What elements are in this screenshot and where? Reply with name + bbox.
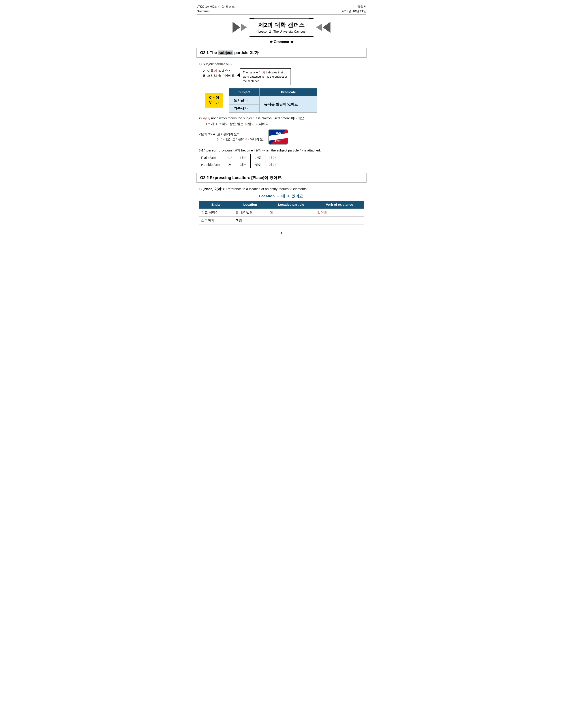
humble-jeo: 저 [224,161,235,168]
loc-location-2: 책방 [233,217,267,224]
g22-item1: 1) [Place] 있어요: Reference to a location … [199,187,364,224]
loc-verb-2 [315,217,364,224]
callout-wrapper: A: 이름이 뭐예요? B: 스티브 윌슨이에요. The particle 이… [203,68,364,85]
callout-box: The particle 이/가 indicates that word att… [240,68,291,85]
table-row: Entity Location Locative particle Verb o… [199,201,364,209]
sp-header-predicate: Predicate [260,88,317,96]
sp-subject-2: 기숙사가 [229,104,260,112]
g21-item2-example2a: <보기 2> A: 코카콜라예요? [199,132,264,137]
g22-place-bold: [Place] 있어요: [203,187,225,191]
loc-entity-2: 소피아가 [199,217,233,224]
formula-isseoyo: 있어요. [292,193,304,199]
tri-right-2 [241,23,247,31]
particle-i: 이 [214,69,217,73]
formula-plus2: + [287,193,290,199]
g21-item2-example2-text: <보기 2> A: 코카콜라예요? B: 아니요. 코카콜라가 아니에요. [199,132,264,142]
formula-e: 에 [281,193,285,199]
g22-section-box: G2.2 Expressing Location: [Place]에 있어요. [196,173,367,183]
humble-jeoneun: 저는 [235,161,250,168]
particle-ga-2: 가 [245,137,249,141]
g21-heading: G2.1 The subject particle 이/가 [200,50,258,55]
g21-item2-example2-wrapper: <보기 2> A: 코카콜라예요? B: 아니요. 코카콜라가 아니에요. 펩시… [199,129,364,145]
table-row: Plain form 나 나는 나도 내가 [199,154,280,161]
sp-header-subject: Subject [229,88,260,96]
location-table: Entity Location Locative particle Verb o… [199,201,364,224]
g21-item2-example2-row: <보기 2> A: 코카콜라예요? B: 아니요. 코카콜라가 아니에요. 펩시… [199,129,364,145]
g21-item3-text: 3)1st person pronoun 나/저 become 내/제 when… [199,148,364,153]
loc-header-entity: Entity [199,201,233,209]
particle-i-3: 이 [251,122,254,126]
humble-ga: 제가 [265,161,280,168]
pronoun-table: Plain form 나 나는 나도 내가 Humble form 저 저는 저… [199,154,280,168]
date-label: 2014년 10월 21일 [342,9,367,14]
loc-entity-1: 학교 식당이 [199,209,233,217]
plain-ga: 내가 [265,154,280,161]
formula-line: Location + 에 + 있어요. [199,193,364,199]
section-label: Grammar [196,9,235,14]
g21-item2: 2) 이/가 not always marks the subject. It … [199,116,364,145]
g21-item2-example2b: B: 아니요. 코카콜라가 아니에요. [216,137,264,142]
callout-text-area: A: 이름이 뭐예요? B: 스티브 윌슨이에요. [203,68,235,78]
header-right: 강일선 2014년 10월 21일 [342,4,367,14]
loc-header-particle: Locative particle [267,201,315,209]
sp-table: Subject Predicate 도서관이 유니온 빌딩에 있어요. 기숙사가 [229,88,317,113]
title-banner: 제2과 대학 캠퍼스 ( Lesson 2 : The University C… [196,18,367,37]
plain-do: 나도 [250,154,265,161]
title-english: ( Lesson 2 : The University Campus) [256,29,307,34]
grammar-star: ★ Grammar ★ [196,39,367,45]
g22-content: 1) [Place] 있어요: Reference to a location … [199,187,364,224]
subject-highlight: subject [218,50,233,55]
page-number: 1 [196,231,367,236]
loc-verb-1: 있어요 [315,209,364,217]
plain-neun: 나는 [235,154,250,161]
table-row: 도서관이 유니온 빌딩에 있어요. [229,96,317,104]
humble-form-label: Humble form [199,161,224,168]
tri-right-1 [232,22,240,33]
pepsi-top-text: 펩시 [269,131,288,135]
formula-plus1: + [277,193,279,199]
banner-arrow-left [232,22,247,33]
g21-content: 1) Subject particle 이/가 A: 이름이 뭐예요? B: 스… [199,62,364,168]
plain-na: 나 [224,154,235,161]
loc-location-1: 유니온 빌딩 [233,209,267,217]
g21-item2-example1: <보기1> 소피아 왕은 일본 사람이 아니에요. [205,121,364,127]
title-korean: 제2과 대학 캠퍼스 [256,21,307,29]
loc-particle-2 [267,217,315,224]
teacher-label: 강일선 [342,4,367,9]
g21-section-box: G2.1 The subject particle 이/가 [196,48,367,58]
underline-pronoun: person pronoun [206,148,232,152]
sp-area: C – 이V – 가 Subject Predicate 도서관이 유니온 빌딩… [205,88,364,113]
header: LTKO 1A 제2과 대학 캠퍼스 Grammar 강일선 2014년 10월… [196,4,367,15]
g22-heading: G2.2 Expressing Location: [Place]에 있어요. [200,175,283,180]
g21-example-b: B: 스티브 윌슨이에요. [203,73,235,78]
header-left: LTKO 1A 제2과 대학 캠퍼스 Grammar [196,4,235,14]
particle-i-2: 이 [244,98,248,102]
callout-particle: 이/가 [258,71,265,74]
title-box: 제2과 대학 캠퍼스 ( Lesson 2 : The University C… [249,18,314,37]
g21-example-a: A: 이름이 뭐예요? [203,68,235,73]
table-row: Humble form 저 저는 저도 제가 [199,161,280,168]
formula-location: Location [259,193,274,199]
course-label: LTKO 1A 제2과 대학 캠퍼스 [196,4,235,9]
g21-item3-bold: 1st person pronoun [202,148,232,152]
g21-item1-label: 1) Subject particle 이/가 [199,62,364,67]
g21-item2-text: 2) 이/가 not always marks the subject. It … [199,116,364,121]
plain-form-label: Plain form [199,154,224,161]
sp-subject-1: 도서관이 [229,96,260,104]
loc-header-location: Location [233,201,267,209]
pepsi-bottom-text: PEPSI [269,140,288,143]
tri-left-1 [316,23,322,31]
superscript-st: st [204,148,205,151]
loc-particle-1: 에 [267,209,315,217]
loc-header-verb: Verb of existence [315,201,364,209]
tri-left-2 [323,22,331,33]
table-row: 학교 식당이 유니온 빌딩 에 있어요 [199,209,364,217]
humble-jeodo: 저도 [250,161,265,168]
callout-arrow [237,73,240,77]
g22-item1-text: 1) [Place] 있어요: Reference to a location … [199,187,364,192]
g21-item3: 3)1st person pronoun 나/저 become 내/제 when… [199,148,364,168]
iga-red: 이/가 [203,116,210,120]
header-divider [196,16,367,16]
g21-item1: 1) Subject particle 이/가 A: 이름이 뭐예요? B: 스… [199,62,364,113]
callout-text: The particle 이/가 indicates that word att… [243,71,287,83]
